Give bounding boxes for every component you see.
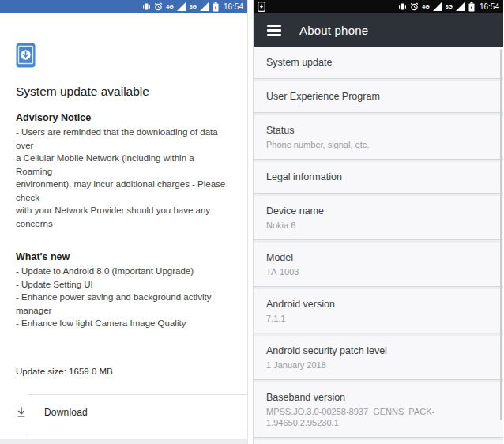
clock-text: 16:54 bbox=[224, 2, 243, 11]
scrollbar[interactable] bbox=[500, 49, 502, 420]
sim2-signal-icon bbox=[200, 2, 209, 11]
system-update-notification-icon bbox=[258, 2, 265, 12]
settings-item[interactable]: Android security patch level 1 January 2… bbox=[254, 336, 503, 380]
sim2-signal-icon bbox=[456, 2, 465, 11]
system-update-screen: 4G 3G 16:54 bbox=[0, 0, 248, 444]
settings-item-title: Android security patch level bbox=[266, 344, 491, 358]
alarm-icon bbox=[410, 2, 419, 11]
alarm-icon bbox=[154, 2, 163, 11]
settings-item-title: Status bbox=[266, 124, 491, 137]
vibrate-icon bbox=[398, 2, 407, 11]
left-status-bar: 4G 3G 16:54 bbox=[0, 0, 247, 13]
two-phone-screenshots: 4G 3G 16:54 bbox=[0, 0, 504, 444]
settings-item-title: System update bbox=[266, 56, 491, 70]
sim2-network-type-label: 3G bbox=[446, 4, 453, 9]
settings-item-title: Device name bbox=[266, 205, 491, 218]
download-button-label: Download bbox=[44, 407, 88, 418]
settings-item-subtitle: 7.1.1 bbox=[266, 313, 491, 324]
settings-item[interactable]: System update bbox=[254, 47, 503, 79]
battery-icon bbox=[468, 2, 475, 12]
divider bbox=[28, 431, 247, 431]
whats-new-item: - Update Setting UI bbox=[16, 278, 231, 292]
sim1-signal-icon bbox=[177, 2, 186, 11]
advisory-heading: Advisory Notice bbox=[16, 112, 231, 123]
download-icon bbox=[16, 407, 27, 418]
update-size-text: Update size: 1659.0 MB bbox=[16, 367, 231, 376]
settings-item-title: Model bbox=[266, 251, 491, 265]
menu-icon[interactable] bbox=[267, 25, 281, 36]
settings-item[interactable]: Status Phone number, signal, etc. bbox=[254, 115, 503, 160]
whats-new-item: - Enhance low light Camera Image Quality bbox=[16, 317, 231, 330]
settings-item[interactable]: Device name Nokia 6 bbox=[254, 196, 503, 240]
battery-icon bbox=[213, 2, 219, 12]
screenshot-bottom-edge bbox=[0, 439, 247, 444]
system-update-icon bbox=[16, 43, 231, 68]
sim2-network-type-label: 3G bbox=[190, 4, 197, 9]
settings-item-title: Android version bbox=[266, 298, 491, 311]
sim1-network-type-label: 4G bbox=[166, 4, 173, 9]
settings-item-subtitle: MPSS.JO.3.0-00258-8937_GENNS_PACK-1.9465… bbox=[266, 406, 491, 428]
advisory-text: - Users are reminded that the downloadin… bbox=[16, 126, 231, 230]
settings-item[interactable]: Kernel version 3.18.31-perfFri Dec 22 12… bbox=[254, 440, 503, 444]
settings-item-title: User Experience Program bbox=[266, 90, 491, 103]
advisory-line: with your Network Provider should you ha… bbox=[16, 204, 231, 230]
page-title: System update available bbox=[16, 85, 231, 99]
clock-text: 16:54 bbox=[480, 2, 499, 11]
whats-new-item: - Enhance power saving and background ac… bbox=[16, 291, 231, 317]
sim1-network-type-label: 4G bbox=[422, 4, 429, 9]
advisory-line: a Cellular Mobile Network (including wit… bbox=[16, 152, 231, 178]
advisory-line: environment), may incur additional charg… bbox=[16, 178, 231, 204]
sim1-signal-icon bbox=[433, 2, 442, 11]
whats-new-heading: What's new bbox=[16, 251, 231, 262]
settings-item[interactable]: Legal information bbox=[254, 162, 503, 194]
settings-item-subtitle: TA-1003 bbox=[266, 266, 491, 277]
vibrate-icon bbox=[142, 2, 151, 11]
whats-new-list: - Update to Android 8.0 (Important Upgra… bbox=[16, 265, 231, 330]
settings-item-title: Legal information bbox=[266, 171, 491, 184]
settings-item[interactable]: User Experience Program bbox=[254, 81, 503, 113]
settings-item[interactable]: Baseband version MPSS.JO.3.0-00258-8937_… bbox=[254, 382, 503, 438]
settings-item-title: Baseband version bbox=[266, 391, 491, 404]
app-bar: About phone bbox=[254, 13, 503, 47]
settings-list: System update User Experience Program St… bbox=[254, 47, 503, 444]
settings-item-subtitle: Phone number, signal, etc. bbox=[266, 139, 491, 150]
advisory-line: - Users are reminded that the downloadin… bbox=[16, 126, 231, 152]
download-button[interactable]: Download bbox=[0, 395, 247, 431]
settings-item-subtitle: 1 January 2018 bbox=[266, 359, 491, 371]
settings-item[interactable]: Android version 7.1.1 bbox=[254, 289, 503, 333]
app-bar-title: About phone bbox=[299, 24, 368, 37]
right-status-bar: 4G 3G 16:54 bbox=[254, 0, 503, 13]
settings-item-subtitle: Nokia 6 bbox=[266, 220, 491, 231]
whats-new-item: - Update to Android 8.0 (Important Upgra… bbox=[16, 265, 231, 278]
settings-item[interactable]: Model TA-1003 bbox=[254, 243, 503, 287]
about-phone-screen: 4G 3G 16:54 About phone Syste bbox=[253, 0, 503, 444]
